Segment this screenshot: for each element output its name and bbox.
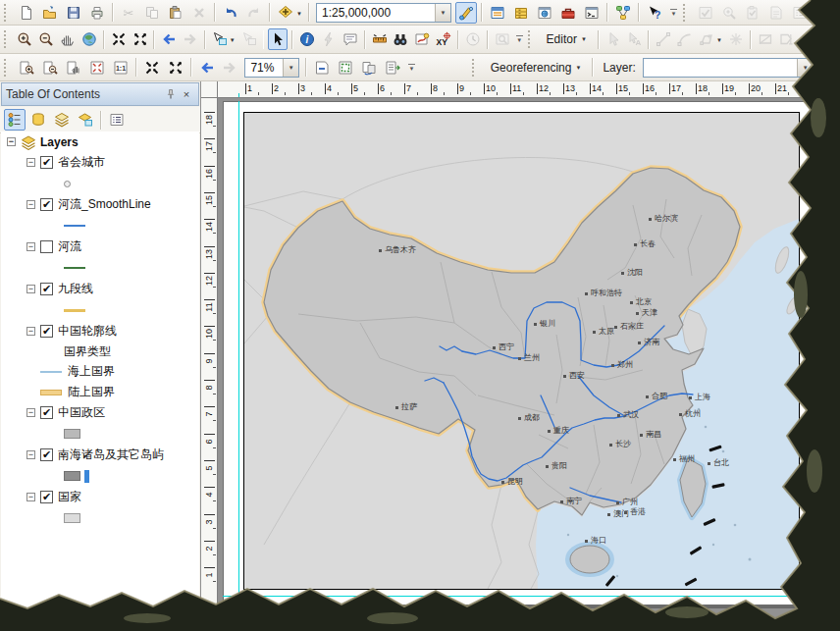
toc-layer-row[interactable]: −河流 bbox=[1, 237, 199, 257]
toolbar-grip[interactable] bbox=[4, 59, 11, 77]
toc-layer-row[interactable]: −✔南海诸岛及其它岛屿 bbox=[1, 445, 199, 465]
legend-symbol[interactable] bbox=[40, 390, 62, 395]
catalog-window-button[interactable] bbox=[510, 2, 532, 24]
expander-icon[interactable]: − bbox=[26, 450, 35, 459]
reshape-feature-button[interactable] bbox=[776, 28, 796, 50]
clear-selection-button[interactable] bbox=[239, 28, 259, 50]
layer-visibility-checkbox[interactable]: ✔ bbox=[40, 283, 53, 295]
data-driven-pages-button[interactable] bbox=[382, 57, 403, 79]
combo-arrow-icon[interactable]: ▼ bbox=[283, 59, 298, 77]
legend-symbol[interactable] bbox=[40, 371, 62, 373]
dropdown-caret-icon[interactable]: ▼ bbox=[230, 37, 236, 43]
editor-menu-button[interactable]: Editor▼ bbox=[539, 28, 595, 50]
layer-visibility-checkbox[interactable]: ✔ bbox=[40, 325, 53, 338]
layer-visibility-checkbox[interactable]: ✔ bbox=[40, 156, 53, 169]
toc-layer-row[interactable]: −✔省会城市 bbox=[1, 152, 199, 173]
standard-toolbar-overflow[interactable]: ▼ bbox=[667, 2, 680, 24]
zoom-out-button[interactable] bbox=[36, 28, 56, 50]
move-feature-button[interactable] bbox=[798, 28, 817, 50]
find-route-button[interactable] bbox=[412, 28, 432, 50]
close-icon[interactable]: × bbox=[179, 86, 194, 102]
layout-fixed-zoom-in-button[interactable] bbox=[141, 57, 163, 79]
expander-icon[interactable]: − bbox=[26, 158, 35, 167]
layout-forward-extent-button[interactable] bbox=[219, 57, 240, 79]
expander-icon[interactable]: − bbox=[26, 493, 35, 501]
layer-symbol[interactable] bbox=[64, 267, 85, 269]
list-by-visibility-button[interactable] bbox=[51, 109, 73, 131]
zoom-100-percent-button[interactable]: 1:1 bbox=[110, 57, 131, 79]
go-back-extent-button[interactable] bbox=[159, 28, 179, 50]
toolbar-grip[interactable] bbox=[528, 30, 534, 48]
delete-button[interactable] bbox=[188, 2, 210, 24]
grayed-button-3[interactable] bbox=[742, 2, 763, 24]
time-slider-button[interactable] bbox=[463, 28, 483, 50]
vertical-ruler[interactable]: 181716151413121110987654321 bbox=[201, 98, 218, 631]
layout-fixed-zoom-out-button[interactable] bbox=[165, 57, 186, 79]
tools-toolbar-overflow[interactable]: ▼ bbox=[513, 28, 525, 50]
undo-button[interactable] bbox=[220, 2, 241, 24]
layout-page[interactable]: 乌鲁木齐哈尔滨长春沈阳呼和浩特北京天津银川太原石家庄济南西宁兰州西安郑州合肥上海… bbox=[223, 101, 833, 605]
identify-button[interactable]: i bbox=[297, 28, 317, 50]
edit-tool-button[interactable] bbox=[604, 28, 623, 50]
layer-label[interactable]: 南海诸岛及其它岛屿 bbox=[58, 447, 164, 463]
layer-label[interactable]: 省会城市 bbox=[58, 154, 105, 171]
horizontal-ruler[interactable]: 12345678910111213141516171819202122 bbox=[218, 81, 840, 98]
combo-arrow-icon[interactable]: ▼ bbox=[435, 4, 450, 22]
dropdown-caret-icon[interactable]: ▼ bbox=[296, 11, 302, 17]
toc-layer-row[interactable]: −✔国家 bbox=[1, 487, 199, 507]
layer-symbol[interactable] bbox=[64, 309, 85, 312]
secondary-toolbar-overflow[interactable]: ▼ bbox=[813, 2, 825, 24]
dropdown-caret-icon[interactable]: ▼ bbox=[716, 37, 722, 43]
open-map-button[interactable] bbox=[39, 2, 61, 24]
toc-layer-row[interactable]: −✔河流_SmoothLine bbox=[1, 194, 199, 215]
list-by-source-button[interactable] bbox=[27, 109, 49, 131]
grayed-button-1[interactable] bbox=[695, 2, 716, 24]
toc-layer-row[interactable]: −✔九段线 bbox=[1, 279, 199, 299]
layer-visibility-checkbox[interactable]: ✔ bbox=[40, 448, 53, 461]
toc-layer-row[interactable]: −✔中国轮廓线 bbox=[1, 321, 199, 342]
snapping-button[interactable] bbox=[726, 28, 746, 50]
layer-label[interactable]: 中国轮廓线 bbox=[58, 323, 117, 340]
grayed-button-2[interactable] bbox=[718, 2, 740, 24]
layout-pan-button[interactable] bbox=[63, 57, 84, 79]
fixed-zoom-out-button[interactable] bbox=[131, 28, 150, 50]
map-frame[interactable]: 乌鲁木齐哈尔滨长春沈阳呼和浩特北京天津银川太原石家庄济南西宁兰州西安郑州合肥上海… bbox=[244, 113, 799, 589]
layout-toolbar-overflow[interactable]: ▼ bbox=[405, 57, 418, 79]
toolbar-grip[interactable] bbox=[4, 4, 11, 22]
combo-arrow-icon[interactable]: ▼ bbox=[797, 59, 813, 77]
grayed-button-5[interactable] bbox=[789, 2, 811, 24]
layer-visibility-checkbox[interactable]: ✔ bbox=[40, 198, 53, 211]
measure-button[interactable] bbox=[370, 28, 390, 50]
layer-label[interactable]: 河流_SmoothLine bbox=[58, 196, 151, 213]
html-popup-button[interactable] bbox=[341, 28, 360, 50]
straight-segment-button[interactable] bbox=[654, 28, 673, 50]
zoom-whole-page-button[interactable] bbox=[86, 57, 108, 79]
expander-icon[interactable]: − bbox=[26, 200, 35, 209]
layout-zoom-out-button[interactable] bbox=[39, 57, 61, 79]
paste-button[interactable] bbox=[165, 2, 186, 24]
layer-label[interactable]: 河流 bbox=[58, 238, 81, 255]
edit-annotation-tool-button[interactable]: A bbox=[625, 28, 645, 50]
editor-toolbar-toggle-button[interactable] bbox=[455, 2, 477, 24]
georeferencing-rotate-button[interactable] bbox=[817, 57, 839, 79]
toc-options-button[interactable] bbox=[106, 109, 128, 131]
pin-icon[interactable] bbox=[163, 86, 179, 102]
toc-layer-row[interactable]: −✔中国政区 bbox=[1, 402, 199, 423]
add-data-button[interactable]: ▼ bbox=[275, 2, 296, 24]
print-button[interactable] bbox=[86, 2, 108, 24]
page-zoom-combo[interactable]: 71%▼ bbox=[244, 58, 299, 78]
expander-icon[interactable]: − bbox=[26, 285, 35, 293]
expander-icon[interactable]: − bbox=[26, 327, 35, 336]
expander-icon[interactable]: − bbox=[26, 408, 35, 417]
data-frame[interactable]: 乌鲁木齐哈尔滨长春沈阳呼和浩特北京天津银川太原石家庄济南西宁兰州西安郑州合肥上海… bbox=[243, 112, 800, 590]
list-by-drawing-order-button[interactable] bbox=[4, 109, 26, 131]
select-elements-button[interactable] bbox=[268, 28, 288, 50]
map-scale-combo-value[interactable]: 1:25,000,000 bbox=[317, 6, 435, 20]
map-scale-combo[interactable]: 1:25,000,000▼ bbox=[316, 3, 451, 23]
layer-visibility-checkbox[interactable]: ✔ bbox=[40, 406, 53, 419]
table-of-contents-window-button[interactable] bbox=[487, 2, 508, 24]
select-features-button[interactable]: ▼ bbox=[210, 28, 230, 50]
toolbar-grip[interactable] bbox=[472, 59, 479, 77]
go-forward-extent-button[interactable] bbox=[181, 28, 200, 50]
layout-zoom-in-button[interactable] bbox=[16, 57, 37, 79]
